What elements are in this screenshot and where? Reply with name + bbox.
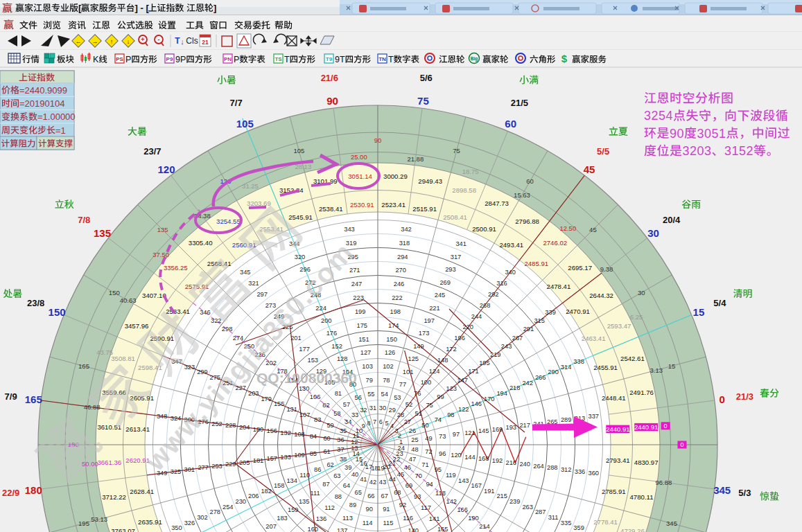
svg-text:6.25: 6.25 <box>630 313 643 321</box>
svg-text:2500.91: 2500.91 <box>472 225 496 233</box>
svg-text:316: 316 <box>496 280 507 287</box>
svg-text:3051: 3051 <box>697 127 726 141</box>
svg-text:67: 67 <box>381 493 388 499</box>
svg-text:77: 77 <box>399 381 406 388</box>
svg-text:23: 23 <box>396 450 403 457</box>
svg-text:153: 153 <box>308 357 319 364</box>
svg-text:298: 298 <box>222 326 233 332</box>
svg-text:20/4: 20/4 <box>663 215 681 225</box>
svg-text:52: 52 <box>406 401 412 408</box>
svg-text:120: 120 <box>157 163 175 175</box>
svg-text:9.38: 9.38 <box>600 265 613 273</box>
svg-text:197: 197 <box>424 317 435 324</box>
svg-text:27: 27 <box>404 418 411 425</box>
svg-text:155: 155 <box>274 400 285 407</box>
svg-text:7: 7 <box>373 418 376 425</box>
svg-text:T: T <box>388 55 394 64</box>
svg-text:↑: ↑ <box>110 38 114 45</box>
svg-text:222: 222 <box>392 294 403 301</box>
svg-text:200: 200 <box>321 317 332 324</box>
svg-text:4830.97: 4830.97 <box>634 459 659 466</box>
svg-text:40.63: 40.63 <box>120 296 137 304</box>
svg-text:2523.41: 2523.41 <box>381 201 406 209</box>
svg-text:TS: TS <box>274 56 282 62</box>
svg-text:204: 204 <box>239 424 250 431</box>
svg-text:158: 158 <box>274 482 285 489</box>
svg-text:$: $ <box>561 53 568 64</box>
svg-text:191: 191 <box>484 488 495 495</box>
svg-text:337: 337 <box>589 413 600 420</box>
svg-text:2695.17: 2695.17 <box>568 264 592 272</box>
svg-text:21/3: 21/3 <box>736 391 753 402</box>
svg-text:176: 176 <box>326 330 338 337</box>
svg-text:264: 264 <box>533 463 544 470</box>
svg-text:18.75: 18.75 <box>462 168 479 175</box>
svg-text:317: 317 <box>451 254 462 260</box>
svg-text:PS: PS <box>116 56 123 62</box>
svg-text:7/9: 7/9 <box>5 391 17 402</box>
svg-text:156: 156 <box>267 427 278 434</box>
svg-text:274: 274 <box>233 335 244 342</box>
svg-text:150: 150 <box>49 306 66 318</box>
svg-text:195: 195 <box>479 360 490 366</box>
svg-text:105: 105 <box>293 147 304 154</box>
svg-text:195: 195 <box>78 520 89 527</box>
svg-text:321: 321 <box>248 280 259 287</box>
svg-text:345: 345 <box>240 269 251 276</box>
svg-text:194: 194 <box>496 390 507 397</box>
svg-text:PN: PN <box>224 56 232 62</box>
svg-text:244: 244 <box>471 313 482 320</box>
svg-text:3: 3 <box>394 427 398 434</box>
svg-text:3203: 3203 <box>683 144 712 158</box>
svg-text:102: 102 <box>383 363 394 370</box>
svg-text:78: 78 <box>383 377 390 384</box>
svg-text:2455.91: 2455.91 <box>593 364 618 371</box>
svg-text:292: 292 <box>488 291 499 298</box>
svg-text:73: 73 <box>439 433 446 440</box>
svg-text:3152: 3152 <box>724 144 753 158</box>
svg-text:26: 26 <box>409 427 416 434</box>
svg-text:38: 38 <box>340 456 347 463</box>
svg-text:319: 319 <box>346 240 357 247</box>
svg-text:96: 96 <box>439 450 446 457</box>
svg-text:2470.91: 2470.91 <box>566 308 590 315</box>
svg-text:64: 64 <box>343 482 350 489</box>
svg-text:341: 341 <box>455 240 467 247</box>
svg-text:0: 0 <box>680 441 683 448</box>
svg-text:289: 289 <box>561 416 572 423</box>
svg-text:113: 113 <box>342 515 353 522</box>
svg-text:143: 143 <box>458 477 469 484</box>
svg-text:31.25: 31.25 <box>242 182 259 190</box>
svg-text:167: 167 <box>471 482 482 489</box>
svg-text:3000.29: 3000.29 <box>383 172 408 180</box>
svg-text:61: 61 <box>323 448 330 455</box>
svg-text:266: 266 <box>535 374 546 381</box>
svg-text:115: 115 <box>383 520 393 526</box>
svg-text:82: 82 <box>322 402 329 409</box>
svg-text:2440.91: 2440.91 <box>634 423 658 431</box>
svg-text:123: 123 <box>446 385 457 392</box>
svg-text:60: 60 <box>526 177 534 185</box>
svg-text:345: 345 <box>713 484 731 496</box>
svg-text:91: 91 <box>383 506 390 513</box>
svg-text:2530.91: 2530.91 <box>350 201 374 209</box>
svg-text:3763.07: 3763.07 <box>111 527 135 532</box>
svg-text:180: 180 <box>253 426 264 433</box>
svg-text:106: 106 <box>310 393 321 400</box>
svg-text:2545.91: 2545.91 <box>288 213 313 221</box>
svg-text:136: 136 <box>316 515 327 522</box>
svg-text:291: 291 <box>523 326 534 332</box>
svg-text:348: 348 <box>157 413 168 420</box>
svg-text:63: 63 <box>333 472 340 479</box>
svg-text:29: 29 <box>389 407 396 414</box>
svg-text:12.50: 12.50 <box>559 224 576 232</box>
svg-text:173: 173 <box>419 330 430 337</box>
svg-text:343: 343 <box>344 226 355 233</box>
svg-text:Big: Big <box>471 56 478 62</box>
svg-text:326: 326 <box>184 520 195 526</box>
svg-text:134: 134 <box>286 477 297 484</box>
svg-text:141: 141 <box>429 515 440 522</box>
svg-text:245: 245 <box>435 292 446 299</box>
svg-text:149: 149 <box>413 343 424 350</box>
svg-text:48: 48 <box>411 446 418 453</box>
